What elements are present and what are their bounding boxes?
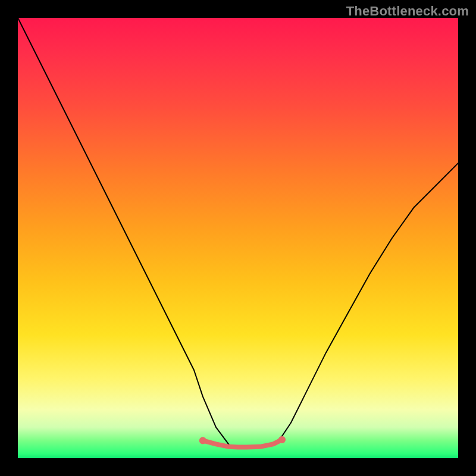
optimal-range-segment	[203, 440, 282, 447]
optimal-range-dot	[278, 436, 286, 443]
plot-area	[18, 18, 458, 458]
bottleneck-curve	[18, 18, 458, 447]
optimal-range-dot	[199, 437, 206, 444]
chart-frame: TheBottleneck.com	[0, 0, 476, 476]
watermark-text: TheBottleneck.com	[346, 4, 469, 19]
bottleneck-chart-svg	[18, 18, 458, 458]
